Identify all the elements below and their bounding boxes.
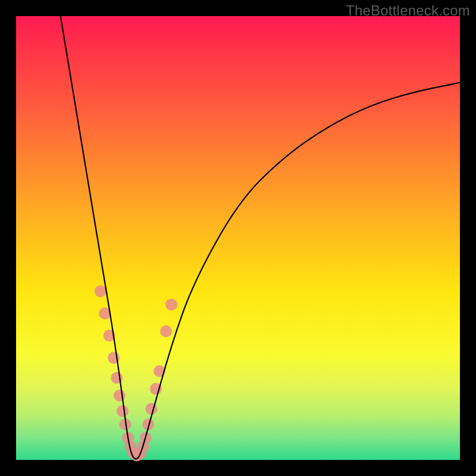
watermark-text: TheBottleneck.com	[346, 2, 470, 19]
plot-area	[16, 16, 460, 460]
highlight-dot	[95, 286, 107, 298]
highlight-dot	[165, 299, 177, 311]
highlight-dot	[160, 325, 172, 337]
curve-layer	[16, 16, 460, 460]
highlight-dot	[146, 403, 158, 415]
highlight-dots-group	[95, 286, 177, 462]
chart-frame: TheBottleneck.com	[0, 0, 476, 476]
highlight-dot	[117, 405, 129, 417]
highlight-dot	[114, 390, 126, 402]
